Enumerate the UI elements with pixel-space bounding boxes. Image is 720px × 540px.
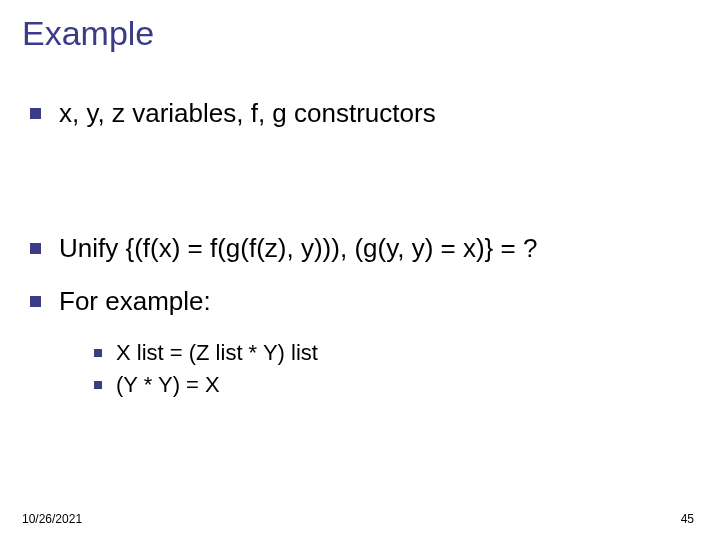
list-item: (Y * Y) = X [94, 369, 670, 401]
item-text: For example: [59, 284, 211, 319]
item-text: Unify {(f(x) = f(g(f(z), y))), (g(y, y) … [59, 231, 537, 266]
slide: Example x, y, z variables, f, g construc… [0, 0, 720, 540]
list-item: For example: [30, 284, 670, 319]
sub-item-text: X list = (Z list * Y) list [116, 337, 318, 369]
spacer [30, 149, 670, 231]
list-item: x, y, z variables, f, g constructors [30, 96, 670, 131]
item-text: x, y, z variables, f, g constructors [59, 96, 436, 131]
page-title: Example [22, 14, 154, 53]
list-item: X list = (Z list * Y) list [94, 337, 670, 369]
square-bullet-icon [30, 243, 41, 254]
sub-list: X list = (Z list * Y) list (Y * Y) = X [94, 337, 670, 401]
footer-date: 10/26/2021 [22, 512, 82, 526]
square-bullet-icon [94, 349, 102, 357]
square-bullet-icon [94, 381, 102, 389]
square-bullet-icon [30, 108, 41, 119]
list-item: Unify {(f(x) = f(g(f(z), y))), (g(y, y) … [30, 231, 670, 266]
square-bullet-icon [30, 296, 41, 307]
sub-item-text: (Y * Y) = X [116, 369, 220, 401]
main-list: x, y, z variables, f, g constructors Uni… [30, 96, 670, 401]
footer-page-number: 45 [681, 512, 694, 526]
